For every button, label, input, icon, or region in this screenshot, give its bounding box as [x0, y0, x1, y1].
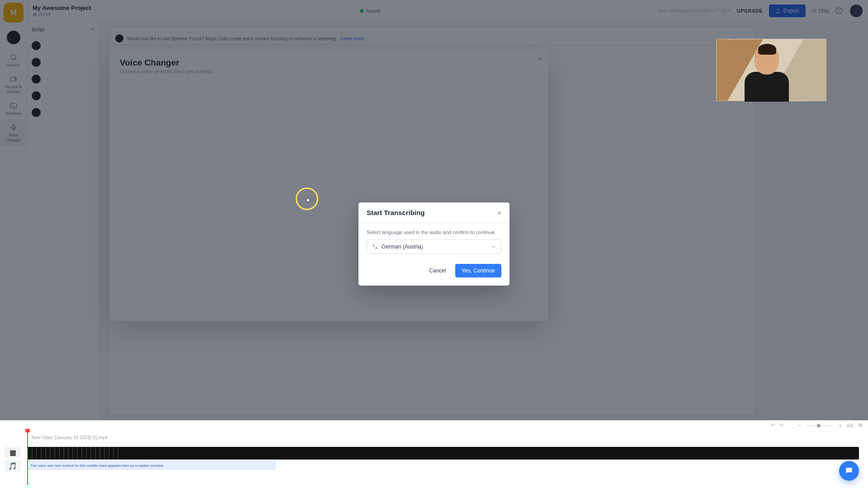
transcribe-modal: Start Transcribing × Select language use… [359, 202, 509, 286]
language-select-value: German (Austria) [382, 244, 487, 250]
chevron-down-icon [491, 244, 496, 249]
close-button[interactable]: × [497, 209, 501, 216]
cancel-button[interactable]: Cancel [424, 264, 451, 277]
language-select[interactable]: German (Austria) [367, 239, 501, 254]
modal-title: Start Transcribing [367, 209, 425, 216]
confirm-button[interactable]: Yes, Continue [455, 264, 501, 277]
language-icon [372, 244, 378, 250]
modal-description: Select language used in the audio and co… [367, 230, 501, 235]
modal-backdrop[interactable] [0, 0, 658, 369]
